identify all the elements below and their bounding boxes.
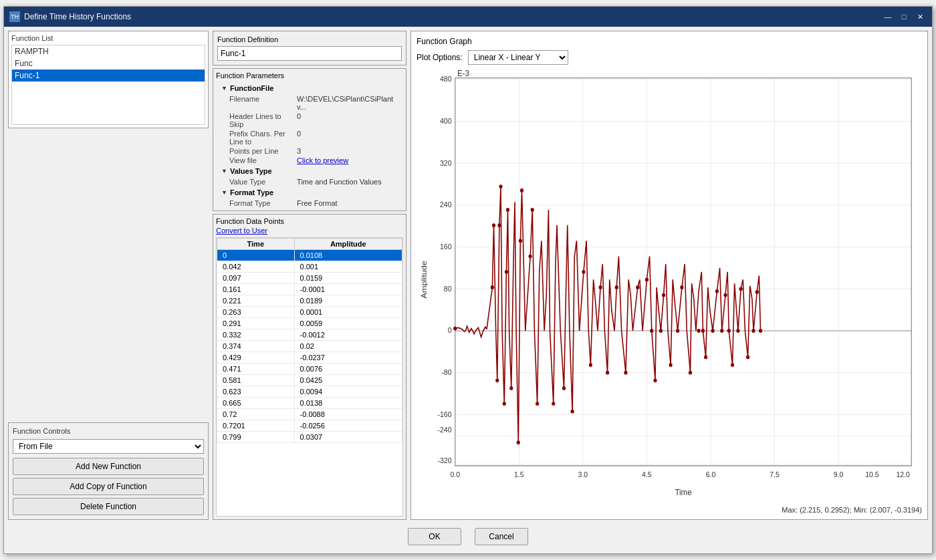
svg-point-89 xyxy=(751,329,755,333)
svg-text:-160: -160 xyxy=(438,410,452,418)
svg-point-79 xyxy=(704,356,707,360)
svg-text:E-3: E-3 xyxy=(457,70,469,78)
cell-amplitude: -0.0088 xyxy=(294,409,402,420)
function-list-item-func1[interactable]: Func-1 xyxy=(12,69,205,82)
param-view-file: View file Click to preview xyxy=(216,156,403,165)
cell-time: 0.042 xyxy=(217,261,295,273)
svg-text:320: 320 xyxy=(440,158,451,167)
cell-amplitude: 0.0159 xyxy=(294,273,402,284)
cell-amplitude: 0.001 xyxy=(294,261,402,273)
table-row[interactable]: 0.7201-0.0256 xyxy=(217,420,402,432)
cell-amplitude: 0.0001 xyxy=(294,307,402,318)
svg-point-85 xyxy=(731,363,734,367)
function-type-dropdown[interactable]: From File From Formula User-Defined xyxy=(13,439,204,454)
close-button[interactable]: ✕ xyxy=(913,11,927,23)
function-parameters-label: Function Parameters xyxy=(216,72,403,80)
function-list-item-rampth[interactable]: RAMPTH xyxy=(12,45,205,57)
svg-text:12.0: 12.0 xyxy=(896,470,909,479)
table-row[interactable]: 0.4710.0076 xyxy=(217,364,402,375)
svg-point-45 xyxy=(495,378,499,382)
svg-text:0: 0 xyxy=(448,326,452,335)
cell-time: 0.097 xyxy=(217,273,295,284)
table-row[interactable]: 0.429-0.0237 xyxy=(217,352,402,364)
dropdown-row: From File From Formula User-Defined xyxy=(13,439,204,454)
parameters-table: ▼ FunctionFile Filename W:\DEVEL\CSiPlan… xyxy=(216,82,403,208)
svg-point-76 xyxy=(689,371,692,375)
cell-time: 0.7201 xyxy=(217,420,295,432)
param-header-lines: Header Lines to Skip 0 xyxy=(216,112,403,129)
table-row[interactable]: 0.3740.02 xyxy=(217,341,402,352)
svg-point-66 xyxy=(624,371,627,375)
function-list[interactable]: RAMPTH Func Func-1 xyxy=(11,45,205,125)
table-row[interactable]: 0.0420.001 xyxy=(217,261,402,273)
table-row[interactable]: 0.72-0.0088 xyxy=(217,409,402,420)
function-list-item-func[interactable]: Func xyxy=(12,57,205,69)
svg-point-49 xyxy=(505,270,508,274)
param-value-filename: W:\DEVEL\CSiPlant\CSiPlant v... xyxy=(294,94,403,112)
svg-point-74 xyxy=(676,329,679,333)
function-controls-box: Function Controls From File From Formula… xyxy=(8,422,209,520)
delete-function-button[interactable]: Delete Function xyxy=(13,498,204,515)
convert-to-user-button[interactable]: Convert to User xyxy=(216,227,403,235)
add-new-function-button[interactable]: Add New Function xyxy=(13,458,204,475)
svg-text:480: 480 xyxy=(440,75,451,84)
cell-amplitude: 0.0307 xyxy=(294,432,402,443)
svg-text:0.0: 0.0 xyxy=(450,470,460,479)
svg-text:9.0: 9.0 xyxy=(834,470,844,479)
svg-point-56 xyxy=(531,208,534,212)
param-label-filename: Filename xyxy=(216,94,294,112)
data-table-wrapper[interactable]: Time Amplitude 00.01080.0420.0010.0970.0… xyxy=(216,237,403,517)
title-bar: TH Define Time History Functions — □ ✕ xyxy=(4,7,932,27)
function-list-label: Function List xyxy=(11,34,205,42)
table-row[interactable]: 0.2210.0189 xyxy=(217,295,402,307)
svg-text:4.5: 4.5 xyxy=(642,470,652,479)
table-row[interactable]: 0.2630.0001 xyxy=(217,307,402,318)
cell-time: 0.374 xyxy=(217,341,295,352)
graph-title: Function Graph xyxy=(417,37,922,46)
table-row[interactable]: 0.7990.0307 xyxy=(217,432,402,443)
window-title: Define Time History Functions xyxy=(24,12,881,21)
arrow-icon-values-type: ▼ xyxy=(221,168,227,174)
table-row[interactable]: 0.5810.0425 xyxy=(217,375,402,386)
table-row[interactable]: 0.332-0.0012 xyxy=(217,329,402,341)
function-name-input[interactable] xyxy=(217,46,402,61)
arrow-icon-format-type: ▼ xyxy=(221,189,227,196)
table-row[interactable]: 0.161-0.0001 xyxy=(217,284,402,295)
function-controls-label: Function Controls xyxy=(13,427,204,435)
param-format-type: Format Type Free Format xyxy=(216,198,403,208)
svg-point-52 xyxy=(517,440,520,444)
table-row[interactable]: 0.6650.0138 xyxy=(217,398,402,409)
arrow-icon-functionfile: ▼ xyxy=(221,85,227,92)
svg-point-82 xyxy=(720,329,723,333)
table-row[interactable]: 0.0970.0159 xyxy=(217,273,402,284)
add-copy-function-button[interactable]: Add Copy of Function xyxy=(13,478,204,495)
svg-point-51 xyxy=(509,386,513,390)
col-amplitude: Amplitude xyxy=(294,239,402,250)
graph-svg: E-3 480 400 320 240 xyxy=(417,70,922,505)
ok-button[interactable]: OK xyxy=(408,528,461,545)
table-row[interactable]: 00.0108 xyxy=(217,250,402,261)
svg-point-83 xyxy=(723,293,727,297)
param-label-header-lines: Header Lines to Skip xyxy=(216,112,294,129)
svg-point-63 xyxy=(598,285,602,289)
function-parameters-box: Function Parameters ▼ FunctionFile xyxy=(213,68,406,211)
svg-text:-320: -320 xyxy=(438,456,452,465)
table-row[interactable]: 0.2910.0059 xyxy=(217,318,402,329)
svg-text:3.0: 3.0 xyxy=(578,470,588,479)
param-value-view-file[interactable]: Click to preview xyxy=(294,156,403,165)
table-row[interactable]: 0.6230.0094 xyxy=(217,386,402,398)
col-time: Time xyxy=(217,239,295,250)
cell-amplitude: 0.0094 xyxy=(294,386,402,398)
plot-options-select[interactable]: Linear X - Linear Y Log X - Linear Y Lin… xyxy=(468,50,568,65)
maximize-button[interactable]: □ xyxy=(897,11,911,23)
svg-point-42 xyxy=(453,327,457,331)
svg-point-86 xyxy=(736,329,739,333)
cell-time: 0.263 xyxy=(217,307,295,318)
svg-point-61 xyxy=(582,270,585,274)
param-label-view-file: View file xyxy=(216,156,294,165)
cancel-button[interactable]: Cancel xyxy=(475,528,528,545)
cell-amplitude: -0.0237 xyxy=(294,352,402,364)
svg-point-75 xyxy=(680,285,683,289)
minimize-button[interactable]: — xyxy=(881,11,895,23)
param-value-points-per-line: 3 xyxy=(294,146,403,156)
